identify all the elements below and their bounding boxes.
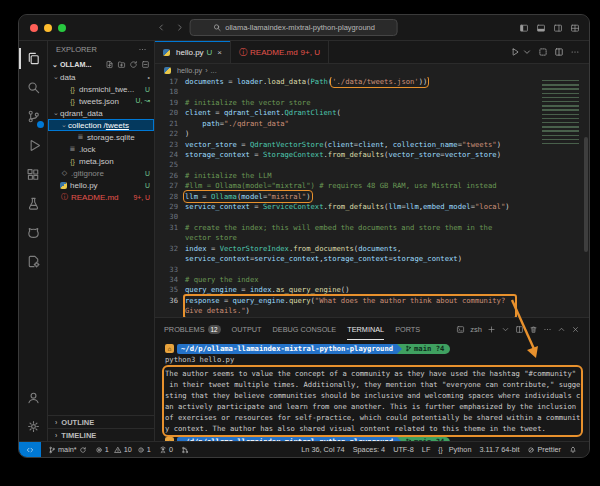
editor-scrollbar[interactable] [584,137,588,252]
tree-item-tweets.json[interactable]: {}tweets.jsonU, ↝ [48,95,154,107]
indentation-item[interactable]: Spaces: 4 [353,445,385,454]
activity-search-icon[interactable] [19,73,47,102]
maximize-panel-icon[interactable] [557,325,566,334]
tree-item-.gitignore[interactable]: ◇.gitignoreU [48,167,154,179]
command-center-search[interactable]: ollama-llamaindex-mixtral-python-playgro… [190,19,398,36]
tree-item-.lock[interactable]: ≣.lock [48,143,154,155]
line-text: query_engine = index.as_query_engine() [185,285,349,295]
activity-testing-icon[interactable] [19,189,47,218]
activity-source-control-icon[interactable] [19,102,47,131]
tab-readme.md[interactable]: ⓘREADME.md9+, U [231,41,329,63]
activity-explorer-icon[interactable] [19,44,47,73]
run-dropdown-icon[interactable] [522,47,532,57]
ports-item[interactable]: 0 [159,445,173,454]
panel-tab-ports[interactable]: PORTS [395,318,420,340]
tree-item-meta.json[interactable]: {}meta.json [48,155,154,167]
line-text: # query the index [185,275,259,285]
remote-indicator[interactable] [19,442,41,457]
explorer-title: EXPLORER [56,45,97,54]
minimize-window-button[interactable] [44,24,52,32]
language-mode-item[interactable]: {} Python [438,445,471,454]
line-number: 31 [155,223,185,233]
activity-github-icon[interactable] [19,218,47,247]
line-number: 17 [155,77,185,87]
panel-more-icon[interactable] [543,325,552,334]
activity-run-debug-icon[interactable] [19,131,47,160]
back-icon[interactable] [157,23,166,32]
refresh-explorer-icon[interactable] [129,60,138,69]
terminal-dropdown-icon[interactable] [501,325,510,334]
code-line-36: 36response = query_engine.query("What do… [155,296,589,306]
titlebar: ollama-llamaindex-mixtral-python-playgro… [19,15,589,41]
chevron-right-icon: › [55,432,57,439]
collapse-folders-icon[interactable] [141,60,150,69]
tree-item-tweets[interactable]: ⌄collection / tweets [48,119,154,131]
panel-tab-output[interactable]: OUTPUT [232,318,262,340]
pull-request-item[interactable] [181,446,189,454]
tree-item-storage.sqlite[interactable]: ≣storage.sqlite [48,131,154,143]
line-number: 18 [155,87,185,97]
split-terminal-icon[interactable] [515,325,524,334]
run-decorations-icon[interactable] [538,47,548,57]
python-interpreter-item[interactable]: 3.11.7 64-bit [479,445,519,454]
notifications-bell-icon[interactable] [569,446,577,454]
maximize-window-button[interactable] [58,24,66,32]
toggle-panel-icon[interactable] [536,23,546,33]
panel-tab-terminal[interactable]: TERMINAL [347,318,384,340]
new-file-icon[interactable] [105,60,114,69]
activity-settings-icon[interactable] [19,412,47,441]
breadcrumb-more[interactable]: ... [211,66,217,75]
editor-more-actions-icon[interactable] [570,47,580,57]
terminal-output-line: in their tweet multiple times. Additiona… [165,379,580,390]
forward-icon[interactable] [175,23,184,32]
close-window-button[interactable] [30,24,38,32]
tree-item-readme.md[interactable]: ⓘREADME.md9+, U [48,191,154,203]
eol-item[interactable]: LF [422,445,431,454]
minimap[interactable] [542,80,579,147]
workspace-root-row[interactable]: ⌄ OLLAM... [48,58,154,71]
outline-section[interactable]: › OUTLINE [48,415,154,428]
tree-item-dnsmichi-twe...[interactable]: {}dnsmichi_twe...U [48,83,154,95]
panel-tab-problems[interactable]: PROBLEMS12 [164,318,221,340]
cursor-position-item[interactable]: Ln 36, Col 74 [301,445,344,454]
code-editor[interactable]: 17documents = loader.load_data(Path('./d… [155,77,589,317]
panel-tab-debug-console[interactable]: DEBUG CONSOLE [273,318,337,340]
line-text: llm = Ollama(model="mistral") [185,192,311,202]
toggle-secondary-sidebar-icon[interactable] [553,23,563,33]
tree-item-data[interactable]: ⌄data• [48,71,154,83]
run-python-file-icon[interactable] [510,47,520,57]
formatter-item[interactable]: Prettier [527,445,561,454]
close-panel-icon[interactable] [571,325,580,334]
terminal[interactable]: ⌂~/d/p/ollama-llamaindex-mixtral-python-… [155,340,589,441]
customize-layout-icon[interactable] [570,23,580,33]
line-number: 27 [155,181,185,191]
toggle-sidebar-icon[interactable] [519,23,529,33]
code-line-23: 23vector_store = QdrantVectorStore(clien… [155,140,589,150]
new-folder-icon[interactable] [117,60,126,69]
activity-extensions-icon[interactable] [19,160,47,189]
line-number: 34 [155,275,185,285]
activity-remote-explorer-icon[interactable] [19,247,47,276]
line-number: 21 [155,119,185,129]
tab-hello.py[interactable]: hello.pyU× [155,41,231,63]
timeline-section[interactable]: › TIMELINE [48,428,154,441]
tree-item-hello.py[interactable]: hello.pyU [48,179,154,191]
editor-tab-bar: hello.pyU×ⓘREADME.md9+, U [155,41,589,64]
encoding-item[interactable]: UTF-8 [393,445,414,454]
shell-label[interactable]: zsh [470,325,482,334]
activity-accounts-icon[interactable] [19,383,47,412]
file-tree: ⌄data•{}dnsmichi_twe...U{}tweets.jsonU, … [48,71,154,203]
problems-item[interactable]: 1 10 1 [95,445,151,454]
tree-item-qdrant-data[interactable]: ⌄qdrant_data [48,107,154,119]
prompt-os-icon: ⌂ [165,344,174,353]
breadcrumb-file[interactable]: hello.py [177,66,202,75]
split-editor-icon[interactable] [554,47,564,57]
code-line-30: 30 [155,212,589,222]
explorer-more-icon[interactable] [138,45,147,54]
remote-icon [26,446,34,454]
status-bar: main* 1 10 1 0 Ln 36, Col 74 Spaces: 4 U… [19,441,589,457]
new-terminal-icon[interactable] [487,325,496,334]
git-branch-item[interactable]: main* [48,445,87,454]
close-tab-icon[interactable]: × [217,48,222,57]
kill-terminal-icon[interactable] [529,325,538,334]
